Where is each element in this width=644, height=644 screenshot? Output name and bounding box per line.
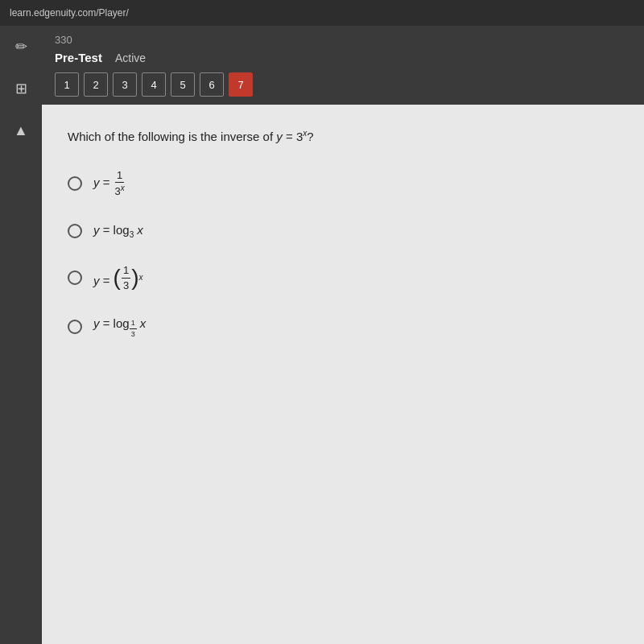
header-top: Pre-Test Active [55, 51, 631, 64]
question-btn-7[interactable]: 7 [229, 72, 253, 97]
question-btn-6[interactable]: 6 [200, 72, 224, 97]
question-btn-4[interactable]: 4 [142, 72, 166, 97]
radio-d[interactable] [68, 320, 82, 334]
question-btn-1[interactable]: 1 [55, 72, 79, 97]
calculator-icon[interactable]: ⊞ [6, 74, 35, 103]
options-list: y = 1 3x y = log3 x [68, 169, 618, 339]
option-c-row[interactable]: y = ( 1 3 ) x [68, 264, 618, 291]
question-btn-2[interactable]: 2 [84, 72, 108, 97]
option-b-row[interactable]: y = log3 x [68, 221, 618, 242]
radio-a[interactable] [68, 176, 82, 191]
header: 330 Pre-Test Active 1 2 3 4 5 6 7 [42, 26, 644, 105]
main-area: 330 Pre-Test Active 1 2 3 4 5 6 7 [42, 26, 644, 644]
active-label: Active [115, 52, 146, 64]
question-text: Which of the following is the inverse of… [68, 127, 618, 147]
option-b-formula: y = log3 x [93, 221, 143, 242]
browser-bar: learn.edgenuity.com/Player/ [0, 0, 644, 26]
timer-display: 330 [55, 34, 631, 46]
question-btn-3[interactable]: 3 [113, 72, 137, 97]
content-wrapper: ✏ ⊞ ▲ 330 Pre-Test Active 1 2 3 4 5 6 [0, 26, 644, 644]
radio-b[interactable] [68, 224, 82, 238]
option-c-formula: y = ( 1 3 ) x [93, 264, 143, 291]
question-area: Which of the following is the inverse of… [42, 105, 644, 644]
pre-test-label: Pre-Test [55, 51, 102, 64]
option-d-formula: y = log13 x [93, 314, 146, 339]
option-a-formula: y = 1 3x [93, 169, 126, 199]
up-arrow-icon[interactable]: ▲ [6, 116, 35, 145]
option-d-row[interactable]: y = log13 x [68, 314, 618, 339]
question-btn-5[interactable]: 5 [171, 72, 195, 97]
browser-url: learn.edgenuity.com/Player/ [10, 7, 129, 19]
option-a-row[interactable]: y = 1 3x [68, 169, 618, 199]
sidebar: ✏ ⊞ ▲ [0, 26, 42, 644]
screen: learn.edgenuity.com/Player/ ✏ ⊞ ▲ 330 Pr… [0, 0, 644, 644]
question-numbers: 1 2 3 4 5 6 7 [55, 72, 631, 97]
question-prefix: Which of the following is the inverse of [68, 130, 276, 143]
radio-c[interactable] [68, 270, 82, 285]
pencil-icon[interactable]: ✏ [6, 32, 35, 61]
question-formula: y [276, 130, 283, 143]
